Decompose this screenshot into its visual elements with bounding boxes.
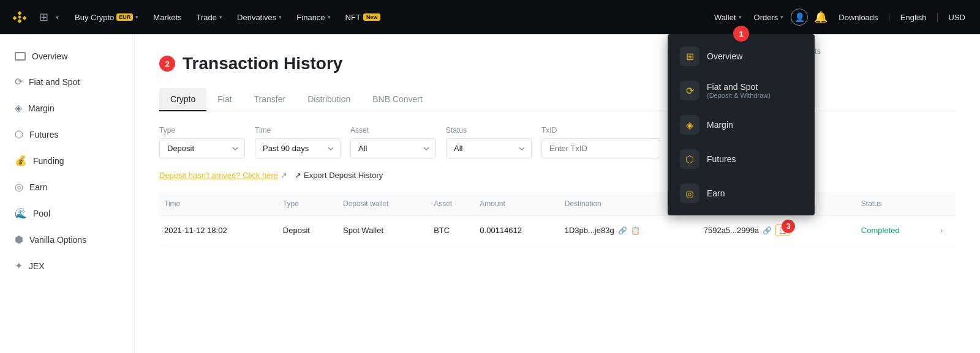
dropdown-futures[interactable]: ⬡ Futures	[668, 142, 815, 176]
wallet-dropdown: 1 ⊞ Overview ⟳ Fiat and Spot (Deposit & …	[668, 34, 815, 215]
nav-right: Wallet ▾ Orders ▾ 👤 🔔 Downloads | Englis…	[709, 7, 970, 28]
col-time: Time	[159, 192, 278, 216]
buy-crypto-chevron: ▾	[135, 14, 138, 20]
dropdown-margin-text: Margin	[707, 120, 733, 130]
destination-link-icon[interactable]: 🔗	[618, 226, 627, 235]
txid-copy-container: 📋 3	[775, 225, 790, 236]
funding-icon: 💰	[15, 155, 27, 166]
col-asset: Asset	[429, 192, 475, 216]
nav-downloads[interactable]: Downloads	[834, 9, 883, 26]
asset-select[interactable]: All BTC ETH	[350, 138, 436, 158]
export-icon: ↗	[295, 171, 301, 180]
eur-badge: EUR	[116, 13, 133, 21]
tab-transfer[interactable]: Transfer	[243, 88, 297, 111]
nav-orders[interactable]: Orders ▾	[749, 9, 789, 26]
divider: |	[888, 12, 891, 23]
txid-label: TxID	[541, 126, 660, 135]
asset-label: Asset	[350, 126, 436, 135]
cell-asset: BTC	[429, 216, 475, 245]
sidebar-item-funding[interactable]: 💰 Funding	[0, 147, 134, 174]
cell-type: Deposit	[278, 216, 338, 245]
dropdown-earn-icon: ◎	[680, 184, 699, 203]
tab-crypto[interactable]: Crypto	[159, 88, 206, 111]
filter-row: Type Deposit Withdraw Time Past 90 days …	[159, 126, 956, 158]
nav-trade[interactable]: Trade ▾	[190, 9, 228, 26]
overview-card-icon	[15, 52, 26, 61]
cell-status: Completed	[856, 216, 935, 245]
dropdown-fiat-spot[interactable]: ⟳ Fiat and Spot (Deposit & Withdraw)	[668, 73, 815, 108]
cell-txid: 7592a5...2999a 🔗 📋 3	[699, 216, 856, 245]
profile-icon[interactable]: 👤	[791, 9, 808, 26]
table-row: 2021-11-12 18:02 Deposit Spot Wallet BTC…	[159, 216, 956, 245]
step-badge-1: 1	[733, 26, 749, 42]
sidebar-item-futures[interactable]: ⬡ Futures	[0, 121, 134, 147]
type-select[interactable]: Deposit Withdraw	[159, 138, 245, 158]
page-title: 2 Transaction History	[159, 54, 956, 73]
cell-destination: 1D3pb...je83g 🔗 📋	[560, 216, 699, 245]
sidebar-item-vanilla-options[interactable]: ⬢ Vanilla Options	[0, 226, 134, 253]
destination-copy-icon[interactable]: 📋	[631, 226, 640, 235]
type-label: Type	[159, 126, 245, 135]
dropdown-overview-text: Overview	[707, 51, 742, 61]
orders-chevron: ▾	[780, 14, 783, 20]
tab-bnb-convert[interactable]: BNB Convert	[361, 88, 434, 111]
apps-grid-icon[interactable]: ⊞	[34, 6, 53, 29]
finance-chevron: ▾	[328, 14, 331, 20]
txid-link-icon[interactable]: 🔗	[763, 226, 772, 235]
cell-wallet: Spot Wallet	[338, 216, 429, 245]
futures-icon: ⬡	[15, 128, 23, 140]
fiat-spot-icon: ⟳	[15, 76, 23, 87]
jex-icon: ✦	[15, 260, 23, 272]
action-row: Deposit hasn't arrived? Click here ↗ ↗ E…	[159, 171, 956, 180]
apps-chevron-icon[interactable]: ▾	[56, 14, 59, 21]
nav-currency[interactable]: USD	[944, 9, 970, 26]
dropdown-margin[interactable]: ◈ Margin	[668, 108, 815, 142]
sidebar-item-fiat-spot[interactable]: ⟳ Fiat and Spot	[0, 69, 134, 95]
export-link[interactable]: ↗ Export Deposit History	[295, 171, 383, 180]
vanilla-options-icon: ⬢	[15, 234, 23, 245]
dropdown-futures-icon: ⬡	[680, 149, 699, 169]
time-filter: Time Past 90 days Past 30 days Past 7 da…	[255, 126, 341, 158]
tab-fiat[interactable]: Fiat	[206, 88, 243, 111]
dropdown-earn[interactable]: ◎ Earn	[668, 176, 815, 210]
top-navigation: ⊞ ▾ Buy Crypto EUR ▾ Markets Trade ▾ Der…	[0, 0, 980, 34]
nav-language[interactable]: English	[895, 9, 932, 26]
nav-nft[interactable]: NFT New	[339, 9, 387, 26]
trade-chevron: ▾	[219, 14, 222, 20]
tab-distribution[interactable]: Distribution	[296, 88, 361, 111]
sidebar-item-pool[interactable]: 🌊 Pool	[0, 200, 134, 226]
asset-filter: Asset All BTC ETH	[350, 126, 436, 158]
transaction-table: Time Type Deposit wallet Asset Amount De…	[159, 192, 956, 245]
sidebar-item-earn[interactable]: ◎ Earn	[0, 174, 134, 200]
col-wallet: Deposit wallet	[338, 192, 429, 216]
status-select[interactable]: All Completed Pending	[446, 138, 532, 158]
time-select[interactable]: Past 90 days Past 30 days Past 7 days	[255, 138, 341, 158]
nav-markets[interactable]: Markets	[147, 9, 187, 26]
sidebar-item-margin[interactable]: ◈ Margin	[0, 95, 134, 121]
cell-arrow[interactable]: ›	[935, 216, 956, 245]
nav-finance[interactable]: Finance ▾	[290, 9, 336, 26]
nav-buy-crypto[interactable]: Buy Crypto EUR ▾	[69, 9, 145, 26]
dropdown-overview[interactable]: ⊞ Overview	[668, 39, 815, 73]
dropdown-fiat-spot-text: Fiat and Spot (Deposit & Withdraw)	[707, 82, 771, 99]
dropdown-margin-icon: ◈	[680, 115, 699, 135]
nav-derivatives[interactable]: Derivatives ▾	[231, 9, 288, 26]
txid-input[interactable]	[541, 138, 660, 158]
cell-time: 2021-11-12 18:02	[159, 216, 278, 245]
col-type: Type	[278, 192, 338, 216]
dropdown-earn-text: Earn	[707, 188, 725, 198]
external-link-icon: ↗	[281, 171, 287, 180]
wallet-chevron: ▾	[739, 14, 742, 20]
nav-wallet[interactable]: Wallet ▾	[709, 9, 747, 26]
logo[interactable]	[10, 7, 29, 27]
main-content: 🔗 Generate all statements 2 Transaction …	[135, 34, 980, 353]
col-amount: Amount	[475, 192, 559, 216]
sidebar-item-overview[interactable]: Overview	[0, 44, 134, 69]
dropdown-fiat-spot-icon: ⟳	[680, 81, 699, 100]
derivatives-chevron: ▾	[279, 14, 282, 20]
notification-bell-icon[interactable]: 🔔	[810, 7, 831, 28]
status-label: Status	[446, 126, 532, 135]
deposit-link[interactable]: Deposit hasn't arrived? Click here	[159, 171, 278, 180]
cell-amount: 0.00114612	[475, 216, 559, 245]
sidebar-item-jex[interactable]: ✦ JEX	[0, 253, 134, 279]
